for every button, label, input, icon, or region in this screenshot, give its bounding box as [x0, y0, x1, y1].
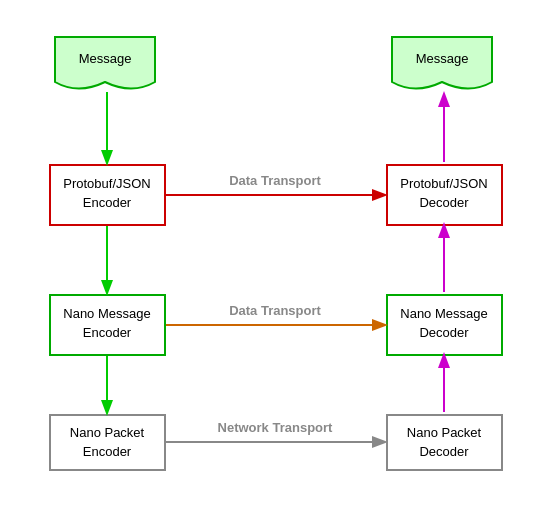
msg-left-label: Message	[79, 51, 132, 66]
svg-text:Decoder: Decoder	[419, 195, 469, 210]
nano-pkt-encoder-box	[50, 415, 165, 470]
svg-text:Nano Message: Nano Message	[400, 306, 487, 321]
svg-text:Decoder: Decoder	[419, 325, 469, 340]
svg-text:Encoder: Encoder	[83, 325, 132, 340]
diagram: Message Message Protobuf/JSON Encoder Pr…	[0, 0, 547, 520]
svg-text:Nano Message: Nano Message	[63, 306, 150, 321]
svg-text:Nano Packet: Nano Packet	[407, 425, 482, 440]
data-transport-2-label: Data Transport	[229, 303, 321, 318]
network-transport-label: Network Transport	[218, 420, 334, 435]
diagram-svg: Message Message Protobuf/JSON Encoder Pr…	[0, 0, 547, 520]
data-transport-1-label: Data Transport	[229, 173, 321, 188]
svg-text:Protobuf/JSON: Protobuf/JSON	[400, 176, 487, 191]
svg-text:Encoder: Encoder	[83, 195, 132, 210]
msg-right-label: Message	[416, 51, 469, 66]
nano-pkt-decoder-box	[387, 415, 502, 470]
svg-text:Encoder: Encoder	[83, 444, 132, 459]
svg-text:Protobuf/JSON: Protobuf/JSON	[63, 176, 150, 191]
svg-text:Nano Packet: Nano Packet	[70, 425, 145, 440]
svg-text:Decoder: Decoder	[419, 444, 469, 459]
